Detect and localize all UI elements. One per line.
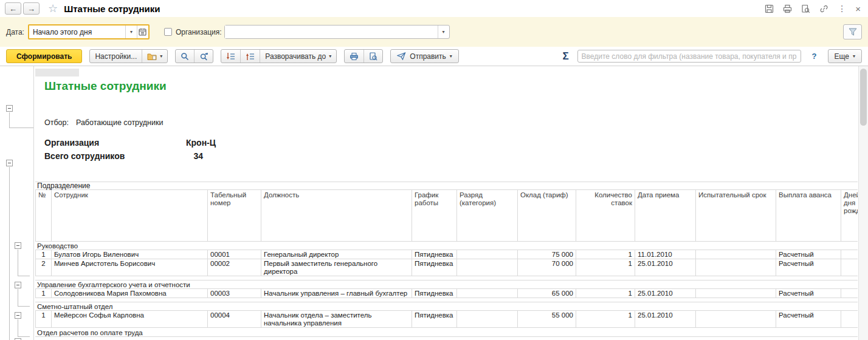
cell-days (841, 311, 858, 327)
cell-salary: 65 000 (517, 289, 576, 298)
expand-to-button[interactable]: Разворачивать до▾ (260, 50, 336, 63)
cell-rate: 1 (576, 311, 635, 327)
grouping-group: Разворачивать до▾ (221, 49, 337, 63)
cell-hire-date: 11.01.2010 (635, 250, 695, 259)
tree-line (9, 112, 10, 127)
report-variant-folder-icon (147, 52, 157, 60)
sum-sigma-icon[interactable]: Σ (562, 50, 570, 63)
expand-groups-button[interactable] (240, 50, 260, 63)
scrollbar-thumb[interactable] (860, 69, 867, 126)
org-line: ОрганизацияКрон-Ц (44, 138, 216, 148)
print-icon (350, 52, 359, 61)
table-row[interactable]: 1 Булатов Игорь Виленович 00001 Генераль… (35, 250, 858, 259)
group-row[interactable]: Сметно-штатный отдел (35, 302, 858, 311)
group-row[interactable]: Отдел расчетов по оплате труда (35, 328, 858, 337)
org-label: Организация: (176, 28, 222, 36)
collapse-group-smetny-button[interactable] (15, 312, 21, 319)
chevron-down-icon: ▾ (443, 29, 445, 35)
send-button[interactable]: Отправить ▾ (390, 49, 459, 63)
cell-tab-no: 00001 (207, 250, 261, 259)
cell-salary: 70 000 (517, 259, 576, 276)
forward-button[interactable]: → (23, 2, 40, 15)
search-next-button[interactable] (194, 50, 213, 63)
group-spacer (35, 276, 858, 280)
org-dropdown-button[interactable]: ▾ (438, 25, 449, 38)
collapse-groups-icon (226, 52, 235, 61)
cell-days (841, 259, 858, 276)
col-header-salary: Оклад (тариф) (517, 190, 576, 241)
date-input[interactable] (29, 25, 125, 38)
cell-days (841, 289, 858, 298)
col-header-hire-date: Дата приема (635, 190, 695, 241)
org-field: ▾ (224, 25, 450, 39)
col-header-advance: Выплата аванса (776, 190, 841, 241)
calendar-icon (139, 28, 146, 36)
settings-button[interactable]: Настройки... (90, 50, 142, 63)
tree-line (18, 319, 18, 336)
chevron-down-icon: ▾ (160, 53, 162, 59)
vertical-scrollbar[interactable] (858, 66, 868, 340)
help-button[interactable]: ? (808, 51, 821, 61)
col-header-grade: Разряд (категория) (456, 190, 517, 241)
collapse-groups-button[interactable] (221, 50, 240, 63)
cell-salary: 55 000 (517, 311, 576, 327)
cell-tab-no: 00003 (207, 289, 261, 298)
print-button[interactable] (345, 50, 363, 63)
table-group-column-header[interactable]: Подразделение (35, 182, 858, 190)
more-icon[interactable]: ⋮ (838, 4, 846, 13)
col-header-num: № (35, 190, 51, 241)
table-row[interactable]: 1 Мейерсон Софья Карловна 00004 Начальни… (35, 311, 858, 328)
back-button[interactable]: ← (5, 2, 21, 15)
more-button[interactable]: Еще▾ (828, 49, 862, 63)
filter-settings-button[interactable] (843, 24, 862, 39)
cell-probation (695, 259, 776, 276)
chevron-down-icon: ▾ (853, 53, 855, 59)
date-dropdown-button[interactable]: ▾ (125, 25, 137, 38)
table-header-row[interactable]: № Сотрудник Табельный номер Должность Гр… (35, 190, 858, 242)
cell-employee: Солодовникова Мария Пахомовна (51, 289, 207, 298)
org-input[interactable] (225, 25, 438, 38)
link-icon[interactable] (819, 4, 828, 13)
filter-label: Отбор: (44, 118, 76, 127)
collapse-group-rukovodstvo-button[interactable] (15, 242, 21, 249)
group-row[interactable]: Руководство (35, 242, 858, 250)
cell-schedule: Пятидневка (412, 311, 456, 327)
generate-button[interactable]: Сформировать (6, 49, 82, 63)
org-checkbox[interactable] (164, 28, 172, 36)
favorite-star-icon[interactable]: ☆ (48, 3, 58, 14)
forward-icon: → (27, 4, 35, 13)
quick-filter-input[interactable] (577, 50, 801, 63)
table-row[interactable]: 2 Минчев Аристотель Борисович 00002 Перв… (35, 259, 858, 276)
date-calendar-button[interactable] (137, 25, 148, 38)
search-icon (181, 52, 189, 61)
search-button[interactable] (176, 50, 194, 63)
close-icon[interactable]: × (855, 4, 861, 13)
send-label: Отправить (410, 52, 446, 61)
save-icon[interactable] (765, 4, 774, 13)
collapse-group-accounting-button[interactable] (15, 282, 21, 288)
cell-probation (695, 289, 776, 298)
cell-schedule: Пятидневка (412, 289, 456, 298)
collapse-table-section-button[interactable] (6, 160, 13, 166)
cell-days (841, 250, 858, 259)
group-row[interactable]: Управление бухгалтерского учета и отчетн… (35, 280, 858, 289)
print-group (344, 49, 383, 63)
tree-line (18, 289, 18, 306)
col-header-schedule: График работы (412, 190, 456, 241)
cell-probation (695, 311, 776, 327)
report-variants-button[interactable]: ▾ (142, 50, 167, 63)
more-label: Еще (835, 52, 849, 61)
preview-icon[interactable] (801, 4, 810, 13)
table-row[interactable]: 1 Солодовникова Мария Пахомовна 00003 На… (35, 289, 858, 298)
cell-hire-date: 25.01.2010 (635, 289, 695, 298)
cell-rate: 1 (576, 289, 635, 298)
cell-grade (456, 289, 517, 298)
col-header-position: Должность (261, 190, 412, 241)
tree-line (18, 276, 30, 276)
cell-num: 1 (35, 311, 51, 327)
print-preview-button[interactable] (363, 50, 382, 63)
print-icon[interactable] (783, 4, 792, 13)
collapse-header-section-button[interactable] (6, 105, 13, 112)
col-header-employee: Сотрудник (51, 190, 207, 241)
cell-salary: 75 000 (517, 250, 576, 259)
